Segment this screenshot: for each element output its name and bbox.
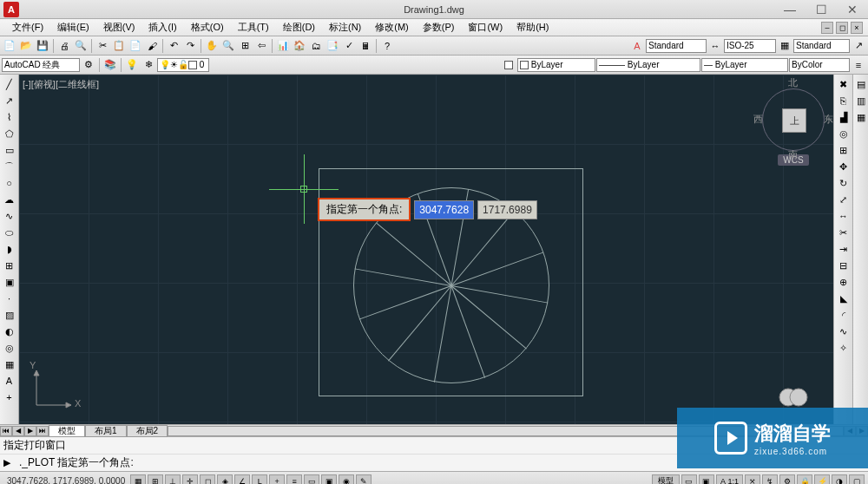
lwt-toggle[interactable]: ≡	[286, 474, 302, 485]
mirror-tool[interactable]: ▟	[836, 109, 852, 125]
viewcube-west[interactable]: 西	[753, 113, 763, 126]
menu-edit[interactable]: 编辑(E)	[50, 21, 96, 34]
revcloud-tool[interactable]: ☁	[2, 192, 17, 207]
sheetset-button[interactable]: 📑	[325, 38, 340, 54]
addselected-tool[interactable]: +	[2, 389, 17, 405]
command-prompt[interactable]: ._PLOT 指定第一个角点:	[19, 455, 134, 470]
tab-next-button[interactable]: ▶	[24, 426, 36, 436]
table-tool[interactable]: ▦	[2, 356, 17, 372]
quickview-layouts-button[interactable]: ▭	[681, 474, 697, 485]
otrack-toggle[interactable]: ∠	[234, 474, 250, 485]
qp-toggle[interactable]: ▣	[321, 474, 337, 485]
workspace-settings-button[interactable]: ⚙	[81, 57, 96, 73]
layer-state-button[interactable]: 💡	[124, 57, 140, 73]
3dosnap-toggle[interactable]: ◈	[217, 474, 233, 485]
tablestyle-icon[interactable]: ▦	[777, 38, 792, 54]
viewcube-north[interactable]: 北	[788, 76, 798, 89]
tab-layout2[interactable]: 布局2	[127, 425, 168, 437]
toolpalette-button[interactable]: 🗂	[308, 38, 324, 54]
save-button[interactable]: 💾	[35, 38, 50, 54]
doc-minimize-button[interactable]: –	[821, 22, 833, 34]
ellipse-tool[interactable]: ⬭	[2, 225, 17, 240]
sc-toggle[interactable]: ◉	[339, 474, 354, 485]
erase-tool[interactable]: ✖	[836, 76, 852, 92]
undo-button[interactable]: ↶	[166, 38, 181, 54]
break-tool[interactable]: ⊟	[836, 258, 852, 273]
menu-tools[interactable]: 工具(T)	[231, 21, 276, 34]
app-icon[interactable]: A	[3, 2, 19, 17]
circle-tool[interactable]: ○	[2, 175, 17, 191]
clean-screen-button[interactable]: ▢	[849, 474, 865, 485]
help-button[interactable]: ?	[379, 38, 395, 54]
textstyle-icon[interactable]: A	[629, 38, 645, 54]
menu-view[interactable]: 视图(V)	[96, 21, 142, 34]
menu-dimension[interactable]: 标注(N)	[322, 21, 368, 34]
copy-button[interactable]: 📋	[111, 38, 127, 54]
snap-toggle[interactable]: ▦	[130, 474, 146, 485]
steering-wheel-icon[interactable]	[778, 386, 809, 409]
extend-tool[interactable]: ⇥	[836, 241, 852, 257]
palette-button-1[interactable]: ▤	[853, 76, 869, 92]
annovis-toggle[interactable]: ⤧	[745, 474, 760, 485]
pan-button[interactable]: ✋	[204, 38, 220, 54]
ellipsearc-tool[interactable]: ◗	[2, 241, 17, 257]
layer-combo[interactable]: 💡☀🔓 0	[157, 58, 209, 72]
polar-toggle[interactable]: ✛	[182, 474, 198, 485]
paste-button[interactable]: 📄	[128, 38, 143, 54]
polyline-tool[interactable]: ⌇	[2, 109, 17, 125]
line-tool[interactable]: ╱	[2, 76, 17, 92]
menu-param[interactable]: 参数(P)	[416, 21, 462, 34]
menu-help[interactable]: 帮助(H)	[510, 21, 556, 34]
tpy-toggle[interactable]: ▭	[304, 474, 319, 485]
prompt-x-input[interactable]: 3047.7628	[414, 200, 474, 219]
linetype-combo[interactable]: ——— ByLayer	[596, 58, 700, 72]
rotate-tool[interactable]: ↻	[836, 175, 852, 191]
menu-format[interactable]: 格式(O)	[184, 21, 231, 34]
copy-tool[interactable]: ⎘	[836, 93, 852, 108]
menu-draw[interactable]: 绘图(D)	[276, 21, 322, 34]
blend-tool[interactable]: ∿	[836, 324, 852, 339]
mtext-tool[interactable]: A	[2, 373, 17, 389]
zoom-prev-button[interactable]: ⇦	[253, 38, 269, 54]
plotstyle-combo[interactable]: ByColor	[789, 58, 850, 72]
redo-button[interactable]: ↷	[182, 38, 198, 54]
annoauto-toggle[interactable]: ↯	[762, 474, 778, 485]
polygon-tool[interactable]: ⬠	[2, 126, 17, 141]
zoom-window-button[interactable]: ⊞	[237, 38, 253, 54]
palette-button-2[interactable]: ▥	[853, 93, 869, 108]
tab-last-button[interactable]: ⏭	[36, 426, 49, 436]
model-space-button[interactable]: 模型	[652, 474, 680, 485]
dimstyle-icon[interactable]: ↔	[707, 38, 723, 54]
join-tool[interactable]: ⊕	[836, 274, 852, 290]
close-button[interactable]: ✕	[837, 0, 868, 19]
hatch-tool[interactable]: ▨	[2, 307, 17, 323]
offset-tool[interactable]: ◎	[836, 126, 852, 141]
zoom-button[interactable]: 🔍	[220, 38, 236, 54]
chamfer-tool[interactable]: ◣	[836, 291, 852, 306]
open-button[interactable]: 📂	[18, 38, 34, 54]
viewcube[interactable]: 北 上 西 东 南 WCS	[757, 78, 830, 173]
properties-button[interactable]: 📊	[275, 38, 291, 54]
array-tool[interactable]: ⊞	[836, 142, 852, 158]
palette-button-3[interactable]: ▦	[853, 109, 869, 125]
menu-modify[interactable]: 修改(M)	[368, 21, 416, 34]
coords-display[interactable]: 3047.7628, 1717.6989, 0.0000	[3, 476, 128, 484]
menu-window[interactable]: 窗口(W)	[461, 21, 510, 34]
stretch-tool[interactable]: ↔	[836, 208, 852, 224]
dim-style-combo[interactable]: ISO-25	[724, 39, 776, 53]
arc-tool[interactable]: ⌒	[2, 159, 17, 174]
region-tool[interactable]: ◎	[2, 340, 17, 356]
scale-tool[interactable]: ⤢	[836, 192, 852, 207]
doc-close-button[interactable]: ×	[851, 22, 863, 34]
viewcube-east[interactable]: 东	[824, 113, 833, 126]
cut-button[interactable]: ✂	[95, 38, 110, 54]
fillet-tool[interactable]: ◜	[836, 307, 852, 323]
viewcube-south[interactable]: 南	[788, 148, 798, 161]
move-tool[interactable]: ✥	[836, 159, 852, 174]
designcenter-button[interactable]: 🏠	[292, 38, 307, 54]
workspace-combo[interactable]: AutoCAD 经典	[2, 58, 80, 72]
isolate-button[interactable]: ◑	[832, 474, 847, 485]
trim-tool[interactable]: ✂	[836, 225, 852, 240]
maximize-button[interactable]: ☐	[806, 0, 837, 19]
calc-button[interactable]: 🖩	[358, 38, 373, 54]
